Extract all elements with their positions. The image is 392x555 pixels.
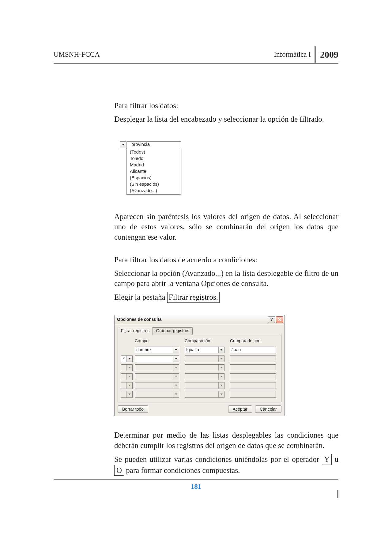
tab-sort-records[interactable]: Ordenar registros — [153, 327, 193, 335]
logic-select-disabled — [121, 373, 133, 380]
comparison-select-disabled — [185, 373, 224, 380]
value-input-disabled — [230, 391, 276, 398]
value-input-disabled — [230, 382, 276, 389]
value-input[interactable]: Juan — [230, 347, 276, 353]
dropdown-item[interactable]: (Avanzado...) — [127, 187, 181, 194]
filter-panel: Campo: Comparación: Comparado con: nombr… — [118, 334, 281, 402]
logic-select-disabled — [121, 364, 133, 371]
chevron-down-icon — [175, 367, 177, 368]
header-institution: UMSNH-FCCA — [54, 51, 100, 59]
chevron-down-icon — [128, 376, 131, 377]
comparison-select-disabled — [185, 382, 224, 389]
svg-marker-17 — [220, 393, 223, 395]
close-button[interactable] — [276, 316, 283, 323]
dialog-tabs: Filtrar registros Ordenar registros — [118, 327, 281, 334]
chevron-down-icon — [128, 385, 131, 386]
comparison-select[interactable]: Igual a — [185, 347, 224, 353]
dropdown-item[interactable]: (Sin espacios) — [127, 181, 181, 187]
text: para formar condiciones compuestas. — [124, 466, 240, 474]
svg-marker-0 — [122, 144, 125, 145]
field-select-disabled — [135, 391, 179, 398]
column-label-field: Campo: — [135, 338, 179, 344]
field-select[interactable] — [135, 355, 179, 362]
chevron-down-icon — [175, 385, 177, 386]
ok-button[interactable]: Aceptar — [228, 405, 252, 413]
paragraph: Aparecen sin paréntesis los valores del … — [114, 211, 338, 242]
tab-filter-records[interactable]: Filtrar registros — [118, 327, 153, 334]
chevron-down-icon — [220, 385, 223, 386]
filter-dropdown-figure: provincia (Todos) Toledo Madrid Alicante… — [120, 141, 181, 195]
svg-marker-14 — [220, 385, 223, 386]
header-course: Informática I — [274, 51, 311, 63]
logic-select-disabled — [121, 391, 133, 398]
cancel-button[interactable]: Cancelar — [255, 405, 281, 413]
field-select[interactable]: nombre — [135, 347, 179, 353]
dropdown-list: (Todos) Toledo Madrid Alicante (Espacios… — [126, 148, 181, 195]
paragraph: Se pueden utilizar varias condiciones un… — [114, 454, 338, 476]
field-select-disabled — [135, 364, 179, 371]
svg-marker-16 — [175, 393, 177, 395]
svg-marker-12 — [128, 385, 131, 386]
page-number: 181 — [191, 483, 202, 490]
page-content: Para filtrar los datos: Desplegar la lis… — [114, 64, 338, 476]
chevron-down-icon — [220, 367, 223, 368]
footer-tick — [337, 490, 338, 498]
help-icon: ? — [270, 317, 273, 322]
page-header: UMSNH-FCCA Informática I 2009 — [54, 48, 338, 64]
operator-box-y: Y — [322, 454, 332, 465]
chevron-down-icon — [128, 367, 131, 368]
header-year: 2009 — [315, 46, 338, 63]
chevron-down-icon — [122, 144, 125, 146]
field-select-disabled — [135, 373, 179, 380]
chevron-down-icon — [175, 358, 177, 359]
dialog-title: Opciones de consulta — [117, 317, 268, 322]
chevron-down-icon — [175, 393, 177, 395]
svg-marker-1 — [175, 349, 177, 351]
paragraph: Determinar por medio de las listas despl… — [114, 430, 338, 451]
svg-marker-4 — [175, 358, 177, 359]
chevron-down-icon — [220, 393, 223, 395]
svg-marker-7 — [175, 367, 177, 368]
dropdown-item[interactable]: Toledo — [127, 155, 181, 162]
paragraph: Elegir la pestaña Filtrar registros. — [114, 292, 338, 303]
dialog-titlebar: Opciones de consulta ? — [115, 315, 285, 324]
svg-marker-8 — [220, 367, 223, 368]
comparison-select-disabled — [185, 355, 224, 362]
chevron-down-icon — [220, 349, 223, 351]
clear-all-button[interactable]: Borrar todo — [118, 405, 148, 413]
logic-select[interactable]: Y — [121, 355, 133, 362]
close-icon — [278, 318, 281, 321]
paragraph: Para filtrar los datos de acuerdo a cond… — [114, 255, 338, 265]
value-input-disabled — [230, 373, 276, 380]
column-label-comparison: Comparación: — [185, 338, 224, 344]
svg-marker-10 — [175, 376, 177, 377]
svg-marker-15 — [128, 393, 131, 395]
field-select-disabled — [135, 382, 179, 389]
help-button[interactable]: ? — [268, 316, 275, 323]
dropdown-item[interactable]: Alicante — [127, 168, 181, 174]
chevron-down-icon — [175, 376, 177, 377]
svg-marker-9 — [128, 376, 131, 377]
value-input-disabled — [230, 355, 276, 362]
dropdown-item[interactable]: (Espacios) — [127, 174, 181, 181]
svg-marker-2 — [220, 349, 223, 351]
tab-name-box: Filtrar registros. — [167, 292, 220, 303]
svg-marker-11 — [220, 376, 223, 377]
query-options-dialog: Opciones de consulta ? Filtrar registros… — [114, 315, 285, 416]
chevron-down-icon — [128, 358, 131, 359]
svg-marker-13 — [175, 385, 177, 386]
chevron-down-icon — [220, 376, 223, 377]
svg-marker-3 — [128, 358, 131, 359]
chevron-down-icon — [175, 349, 177, 351]
paragraph: Desplegar la lista del encabezado y sele… — [114, 114, 338, 124]
svg-marker-5 — [220, 358, 223, 359]
comparison-select-disabled — [185, 364, 224, 371]
dropdown-toggle-button[interactable] — [120, 141, 126, 148]
chevron-down-icon — [128, 393, 131, 395]
page-footer: 181 — [54, 479, 338, 491]
text: Elegir la pestaña — [114, 293, 167, 301]
dropdown-item[interactable]: Madrid — [127, 162, 181, 168]
operator-box-o: O — [114, 465, 124, 476]
svg-marker-6 — [128, 367, 131, 368]
dropdown-item[interactable]: (Todos) — [127, 149, 181, 155]
